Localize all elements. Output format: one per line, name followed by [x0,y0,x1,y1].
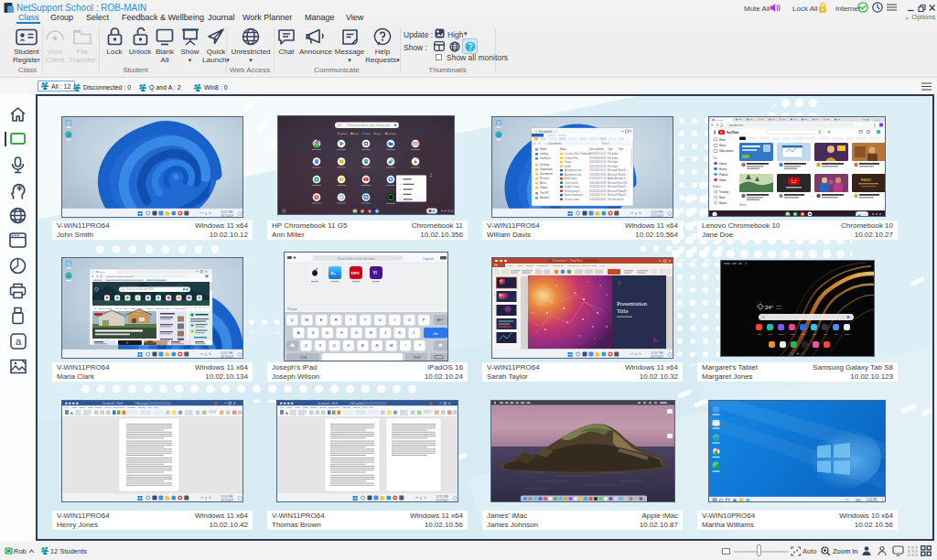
svg-text:●●: ●● [857,213,861,217]
svg-text:youtube.com: youtube.com [729,124,743,127]
svg-text:E: E [320,318,323,322]
svg-text:15/2/2026 09:32: 15/2/2026 09:32 [589,198,607,201]
svg-text:Book report: Book report [565,177,577,180]
svg-text:Files: Files [824,333,827,335]
svg-text:Custom Office Templates: Custom Office Templates [565,152,592,156]
svg-text:G: G [355,330,358,335]
svg-text:Photo: Photo [790,333,795,335]
svg-text:5/17/2027: 5/17/2027 [867,501,878,503]
svg-text:Meet: Meet [769,333,773,335]
svg-text:English essay: English essay [565,185,580,188]
svg-text:Animations: Animations [552,264,564,267]
svg-text:!: ! [404,343,405,348]
svg-text:B: B [361,343,364,348]
svg-text:11/2/2026 10:21: 11/2/2026 10:21 [589,168,607,172]
svg-text:Books: Books [779,333,784,335]
svg-text:Mail: Mail [377,133,382,135]
svg-text:Class results: Class results [565,181,579,185]
svg-text:Search web or enter site name: Search web or enter site name [338,257,375,261]
svg-text:Y: Y [364,318,367,322]
svg-text:Home: Home [540,147,547,151]
svg-text:Z: Z [305,343,307,348]
svg-text:C: C [333,343,336,348]
svg-text:MSN: MSN [100,271,105,274]
svg-text:OneDrive: OneDrive [540,156,551,160]
svg-text:V: V [348,343,350,348]
svg-text:ESPN: ESPN [351,272,360,275]
svg-text:Review: Review [582,264,589,267]
svg-text:P: P [423,318,425,322]
svg-text:File: File [494,264,499,267]
svg-text:R: R [335,318,338,322]
svg-text:11/2/2026 10:21: 11/2/2026 10:21 [589,185,607,188]
svg-text:Shopping: Shopping [156,307,165,309]
svg-text:Playlists: Playlists [719,173,728,177]
svg-text:File folder: File folder [608,156,619,160]
svg-text:D+: D+ [331,271,337,275]
svg-text:☰: ☰ [94,307,96,309]
svg-text:RADIO: RADIO [861,178,871,182]
svg-text:K: K [398,330,401,335]
svg-text:I: I [394,318,395,322]
svg-text:15/2/2026 09:32: 15/2/2026 09:32 [589,165,607,168]
svg-text:Help: Help [600,264,606,267]
svg-text:Personalise: Personalise [175,307,186,309]
svg-text:24°: 24° [765,305,774,310]
svg-text:Private: Private [287,307,297,311]
svg-text:Shorts: Shorts [719,144,727,147]
svg-text:Size: Size [619,147,624,151]
svg-text:Home: Home [507,264,513,267]
svg-text:View: View [592,264,598,267]
svg-text:Microsoft Word D...: Microsoft Word D... [608,185,628,188]
svg-text:Go: Go [433,331,438,336]
svg-text:Search your device, apps, sett: Search your device, apps, settings, web [348,124,390,127]
svg-text:Microsoft Start: Microsoft Start [99,307,112,309]
svg-text:Microsoft Excel W...: Microsoft Excel W... [608,181,629,185]
svg-text:S: S [312,330,315,335]
svg-text:File folder: File folder [608,152,619,156]
svg-text:Design: Design [526,264,533,267]
svg-text:Name: Name [560,147,566,151]
svg-text:Title: Title [617,307,628,314]
svg-text:YouTube: YouTube [727,131,739,135]
svg-text:Slide Show: Slide Show [567,264,579,267]
svg-text:News: News [124,307,129,309]
svg-text:Search: Search [602,142,610,145]
svg-text:W: W [305,318,308,322]
svg-text:Transitions: Transitions [537,264,549,267]
svg-text:Lifestyle: Lifestyle [146,307,155,309]
svg-text:.?123: .?123 [413,356,421,360]
svg-text:Documents: Documents [540,172,554,176]
svg-text:Y!: Y! [372,271,377,275]
svg-text:Downloads: Downloads [540,167,553,171]
svg-text:Science notes: Science notes [565,198,580,201]
svg-text:Gallery: Gallery [540,152,548,156]
svg-text:.?123: .?123 [299,356,307,360]
svg-text:Music: Music [719,196,726,199]
svg-text:Cancel: Cancel [423,257,434,261]
svg-text:H: H [370,330,372,335]
svg-text:Sport: Sport [131,307,136,309]
svg-text:This PC: This PC [540,191,549,195]
svg-text:Zoom: Zoom [565,165,571,168]
svg-text:Video: Video [757,333,762,335]
svg-text:Follow: Follow [115,307,122,309]
svg-text:Assignment two: Assignment two [565,173,582,177]
svg-text:Assignment one: Assignment one [565,168,582,172]
svg-text:⌂ > Documents: ⌂ > Documents [545,142,562,145]
svg-text:N: N [375,343,378,348]
svg-text:Snagit: Snagit [565,160,572,164]
svg-text:11:51: 11:51 [447,210,454,213]
svg-text:Music: Music [540,181,547,185]
svg-text:Mail: Mail [835,333,838,335]
svg-text:Presentation: Presentation [617,300,648,307]
svg-text:15/2/2026 09:32: 15/2/2026 09:32 [589,189,607,193]
svg-text:Library: Library [719,162,727,166]
svg-text:J: J [384,330,386,335]
svg-text:Movies: Movies [719,201,727,205]
svg-text:Videos: Videos [719,178,727,182]
svg-text:Pictures: Pictures [540,177,550,180]
svg-text:11/2/2026 10:21: 11/2/2026 10:21 [589,160,607,164]
svg-text:U: U [379,318,382,322]
svg-text:Subscriptions: Subscriptions [719,149,734,153]
